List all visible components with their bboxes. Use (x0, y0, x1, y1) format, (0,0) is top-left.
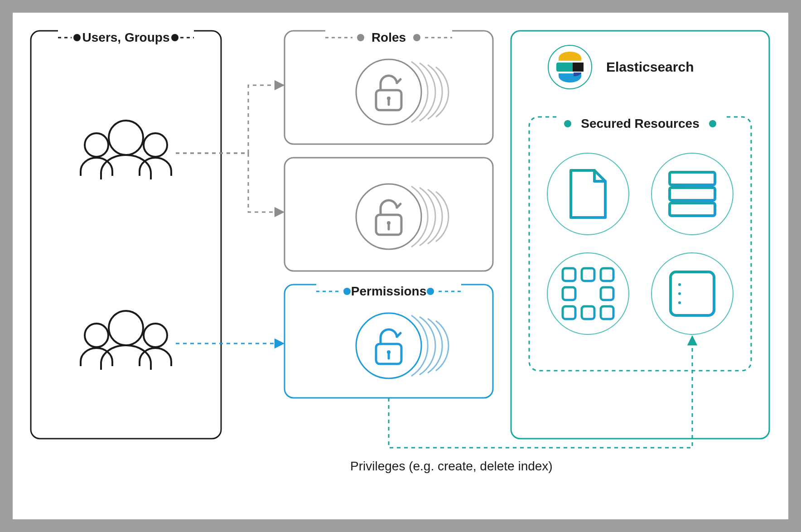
svg-point-69 (678, 301, 681, 304)
svg-rect-19 (511, 31, 769, 439)
svg-point-29 (85, 324, 108, 347)
svg-point-36 (356, 184, 421, 249)
svg-rect-0 (31, 31, 221, 439)
elasticsearch-label: Elasticsearch (606, 59, 694, 74)
diagram-svg: Users, Groups Roles Permissions Elastics… (13, 13, 788, 519)
roles2-padlock-icon (356, 184, 449, 249)
svg-point-31 (109, 311, 143, 345)
svg-point-11 (413, 34, 420, 41)
arrow-users-to-roles (176, 85, 284, 153)
privileges-label: Privileges (e.g. create, delete index) (350, 459, 553, 473)
resource-rows-icon (651, 153, 733, 235)
svg-rect-49 (670, 172, 715, 185)
svg-rect-22 (529, 117, 751, 371)
svg-point-40 (356, 313, 421, 378)
svg-point-28 (109, 121, 143, 155)
svg-rect-50 (670, 188, 715, 200)
svg-point-67 (678, 283, 681, 286)
roles-label: Roles (372, 30, 406, 44)
svg-point-68 (678, 292, 681, 295)
resource-document-icon (547, 153, 629, 235)
secured-resources-label: Secured Resources (581, 116, 699, 131)
elasticsearch-box (511, 31, 769, 439)
svg-rect-21 (573, 63, 584, 72)
elasticsearch-logo-icon (556, 52, 584, 82)
svg-point-26 (85, 133, 108, 157)
users-groups-box: Users, Groups (31, 25, 221, 439)
users-group-bottom-icon (81, 311, 171, 370)
svg-point-30 (144, 324, 167, 347)
secured-resources-box: Secured Resources (529, 111, 751, 371)
resource-list-icon (651, 253, 733, 334)
roles-padlock-icon (356, 59, 449, 125)
svg-point-25 (709, 120, 716, 127)
permissions-padlock-icon (356, 313, 449, 378)
svg-point-10 (357, 34, 364, 41)
svg-point-5 (171, 34, 179, 41)
svg-point-4 (73, 34, 81, 41)
svg-point-52 (547, 253, 629, 334)
svg-point-48 (651, 153, 733, 235)
permissions-label: Permissions (351, 284, 427, 298)
elasticsearch-header: Elasticsearch (548, 45, 694, 89)
svg-point-27 (144, 133, 167, 157)
resource-cluster-icon (547, 253, 629, 334)
arrow-users-to-roles2 (176, 153, 284, 212)
svg-point-18 (427, 288, 434, 295)
diagram-frame: Users, Groups Roles Permissions Elastics… (0, 0, 801, 532)
svg-point-17 (343, 288, 351, 295)
svg-point-24 (564, 120, 571, 127)
users-groups-label: Users, Groups (82, 30, 170, 44)
svg-rect-51 (670, 203, 715, 216)
users-group-top-icon (81, 121, 171, 179)
svg-point-32 (356, 59, 421, 125)
